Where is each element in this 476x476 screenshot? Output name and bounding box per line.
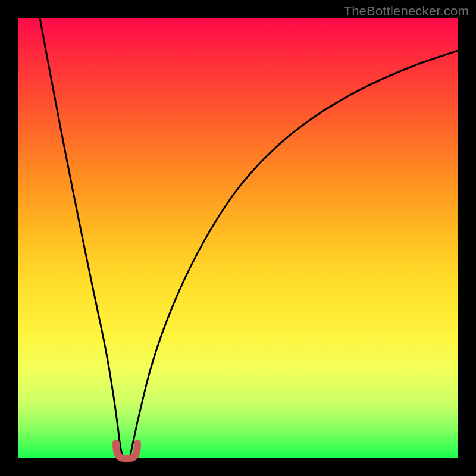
optimum-marker <box>116 443 137 458</box>
watermark-text: TheBottlenecker.com <box>344 4 469 19</box>
curve-layer <box>18 18 458 458</box>
plot-area <box>18 18 458 458</box>
curve-left-branch <box>40 18 124 458</box>
curve-right-branch <box>130 51 458 458</box>
chart-frame: TheBottlenecker.com <box>0 0 476 476</box>
